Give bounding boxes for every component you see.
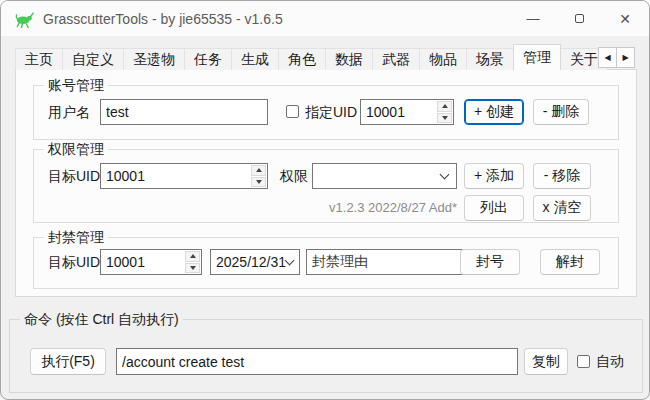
- chevron-down-icon: [285, 256, 295, 266]
- specify-uid-checkbox[interactable]: [286, 105, 299, 118]
- ban-target-uid-label: 目标UID: [48, 249, 100, 275]
- unban-button[interactable]: 解封: [540, 249, 600, 275]
- maximize-button[interactable]: [556, 1, 602, 36]
- spinner-down-button[interactable]: [185, 263, 200, 274]
- permission-label: 权限: [280, 163, 308, 189]
- auto-run-checkbox[interactable]: [577, 355, 590, 368]
- clear-permission-button[interactable]: x 清空: [533, 195, 591, 221]
- tab-scroll-right-button[interactable]: ▶: [616, 47, 635, 68]
- ban-date-value: 2025/12/31: [216, 254, 286, 270]
- ban-group: 封禁管理 目标UID 10001 2025/12/31 封号 解封: [33, 237, 619, 289]
- spinner-down-button[interactable]: [437, 113, 452, 124]
- command-input[interactable]: [116, 348, 518, 375]
- tab-scene[interactable]: 场景: [466, 48, 514, 70]
- tab-item[interactable]: 物品: [419, 48, 467, 70]
- perm-target-uid-spinner[interactable]: 10001: [100, 163, 268, 189]
- tab-weapon[interactable]: 武器: [372, 48, 420, 70]
- spinner-up-button[interactable]: [185, 251, 200, 262]
- ban-group-title: 封禁管理: [44, 229, 108, 246]
- close-button[interactable]: ✕: [602, 1, 648, 36]
- window-controls: — ✕: [510, 1, 648, 36]
- specify-uid-label: 指定UID: [305, 99, 357, 125]
- ban-button[interactable]: 封号: [460, 249, 520, 275]
- triangle-down-icon: [442, 116, 448, 120]
- remove-permission-button[interactable]: - 移除: [533, 163, 591, 189]
- tab-data[interactable]: 数据: [325, 48, 373, 70]
- close-icon: ✕: [619, 11, 631, 27]
- spinner-up-button[interactable]: [437, 101, 452, 112]
- tab-custom[interactable]: 自定义: [62, 48, 124, 70]
- account-group-title: 账号管理: [44, 77, 108, 94]
- app-window: GrasscutterTools - by jie65535 - v1.6.5 …: [0, 0, 650, 400]
- title-bar[interactable]: GrasscutterTools - by jie65535 - v1.6.5 …: [1, 1, 649, 36]
- triangle-down-icon: [190, 266, 196, 270]
- tab-home[interactable]: 主页: [15, 48, 63, 70]
- tab-avatar[interactable]: 角色: [278, 48, 326, 70]
- triangle-up-icon: [190, 254, 196, 258]
- spinner-up-button[interactable]: [251, 165, 266, 176]
- tab-bar: 主页 自定义 圣遗物 任务 生成 角色 数据 武器 物品 场景 管理 关于: [15, 44, 607, 70]
- chevron-down-icon: [440, 170, 450, 180]
- permission-select[interactable]: [312, 163, 457, 189]
- copy-command-button[interactable]: 复制: [524, 348, 568, 375]
- run-command-button[interactable]: 执行(F5): [30, 348, 106, 375]
- maximize-icon: [575, 14, 584, 23]
- triangle-up-icon: [256, 168, 262, 172]
- tab-spawn[interactable]: 生成: [231, 48, 279, 70]
- triangle-up-icon: [442, 104, 448, 108]
- perm-target-uid-label: 目标UID: [48, 163, 100, 189]
- permission-group-title: 权限管理: [44, 141, 108, 158]
- tab-scroll-left-button[interactable]: ◀: [598, 47, 617, 68]
- minimize-button[interactable]: —: [510, 1, 556, 36]
- arrow-right-icon: ▶: [622, 53, 628, 62]
- tab-page-management: 账号管理 用户名 指定UID 10001 + 创建 - 删除 权限管理 目标UI…: [15, 69, 637, 297]
- ban-date-picker[interactable]: 2025/12/31: [210, 249, 300, 275]
- spinner-down-button[interactable]: [251, 177, 266, 188]
- permission-group: 权限管理 目标UID 10001 权限 + 添加 - 移除 v1.2.3 202…: [33, 149, 619, 223]
- create-account-button[interactable]: + 创建: [464, 99, 524, 125]
- username-input[interactable]: [100, 99, 268, 125]
- minimize-icon: —: [527, 11, 540, 26]
- add-permission-button[interactable]: + 添加: [464, 163, 524, 189]
- account-uid-spinner[interactable]: 10001: [360, 99, 454, 125]
- command-group-title: 命令 (按住 Ctrl 自动执行): [20, 311, 183, 328]
- command-group: 命令 (按住 Ctrl 自动执行) 执行(F5) 复制 自动: [9, 319, 643, 393]
- delete-account-button[interactable]: - 删除: [533, 99, 589, 125]
- tab-quest[interactable]: 任务: [184, 48, 232, 70]
- arrow-left-icon: ◀: [604, 53, 610, 62]
- auto-run-label: 自动: [596, 348, 624, 375]
- perm-target-uid-value: 10001: [101, 164, 250, 188]
- ban-target-uid-value: 10001: [101, 250, 184, 274]
- tab-artifact[interactable]: 圣遗物: [123, 48, 185, 70]
- version-hint: v1.2.3 2022/8/27 Add*: [134, 195, 457, 221]
- grasshopper-app-icon: [14, 9, 34, 29]
- username-label: 用户名: [48, 99, 90, 125]
- account-uid-value: 10001: [361, 100, 436, 124]
- tab-management[interactable]: 管理: [513, 44, 561, 70]
- ban-target-uid-spinner[interactable]: 10001: [100, 249, 202, 275]
- tab-scroll-buttons: ◀ ▶: [598, 47, 635, 68]
- list-permission-button[interactable]: 列出: [464, 195, 524, 221]
- account-group: 账号管理 用户名 指定UID 10001 + 创建 - 删除: [33, 85, 619, 140]
- window-title: GrasscutterTools - by jie65535 - v1.6.5: [43, 11, 283, 27]
- triangle-down-icon: [256, 180, 262, 184]
